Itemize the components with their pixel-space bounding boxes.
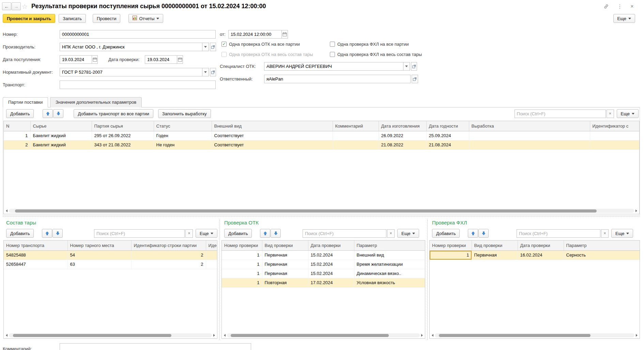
dropdown-icon[interactable]	[202, 43, 209, 51]
scroll-right-button[interactable]	[420, 333, 424, 338]
otk-specialist-field[interactable]	[264, 62, 403, 71]
table-cell[interactable]	[590, 140, 639, 149]
table-cell[interactable]	[333, 131, 379, 140]
column-header[interactable]: N	[4, 121, 30, 131]
table-cell[interactable]: Время желатинизации	[354, 260, 425, 269]
move-down-button[interactable]	[478, 229, 489, 238]
table-cell[interactable]: Первичная	[262, 260, 308, 269]
close-icon[interactable]: ×	[628, 3, 636, 10]
doc-date-field[interactable]	[228, 30, 282, 39]
table-cell[interactable]: Динамическая вязко..	[354, 269, 425, 278]
fhl-more-button[interactable]: Еще	[611, 229, 633, 238]
table-cell[interactable]: Условная вязкость	[354, 278, 425, 287]
fill-output-button[interactable]: Заполнить выработку	[158, 109, 211, 118]
move-down-button[interactable]	[271, 229, 281, 238]
check-date-field[interactable]	[145, 55, 177, 64]
table-cell[interactable]	[206, 250, 217, 260]
table-cell[interactable]: Не годен	[154, 140, 212, 149]
column-header[interactable]: Дата годности	[426, 121, 469, 131]
table-cell[interactable]: Серность	[564, 250, 640, 260]
open-icon[interactable]	[411, 62, 417, 71]
table-cell[interactable]: 295 от 26.09.2022	[92, 131, 154, 140]
comment-field[interactable]	[60, 343, 251, 350]
column-header[interactable]: Номер тарного места	[67, 240, 131, 250]
scrollbar-thumb[interactable]	[231, 334, 389, 337]
column-header[interactable]: Дата изготовления	[379, 121, 426, 131]
horizontal-scrollbar[interactable]	[4, 208, 639, 213]
post-button[interactable]: Провести	[93, 14, 121, 23]
horizontal-scrollbar[interactable]	[430, 333, 639, 338]
table-row[interactable]: 1Первичная16.02.2024Серность	[430, 250, 640, 260]
column-header[interactable]: Внешний вид	[212, 121, 333, 131]
table-row[interactable]: 1Первичная15.02.2024Динамическая вязко..	[222, 269, 425, 278]
table-cell[interactable]: 25.09.2024	[426, 131, 469, 140]
open-icon[interactable]	[210, 43, 216, 51]
table-cell[interactable]: 16.02.2024	[518, 250, 564, 260]
table-cell[interactable]: Внешний вид	[354, 250, 425, 260]
column-header[interactable]: Сырье	[30, 121, 92, 131]
containers-table[interactable]: Номер транспортаНомер тарного местаИдент…	[4, 240, 217, 269]
clear-search-icon[interactable]: ×	[607, 110, 614, 118]
scroll-left-button[interactable]	[430, 333, 435, 338]
tab-batches[interactable]: Партии поставки	[3, 97, 48, 107]
dropdown-icon[interactable]	[403, 62, 410, 71]
table-row[interactable]: 1Повторная17.02.2024Условная вязкость	[222, 278, 425, 287]
table-row[interactable]: 1Первичная15.02.2024Внешний вид	[222, 250, 425, 260]
column-header[interactable]: Идентификатор с	[590, 121, 639, 131]
column-header[interactable]: Выработка	[469, 121, 590, 131]
calendar-icon[interactable]	[282, 30, 288, 39]
fhl-table[interactable]: Номер проверкиВид проверкиДата проверкиП…	[430, 240, 640, 260]
responsible-field[interactable]	[264, 75, 411, 83]
batches-more-button[interactable]: Еще	[617, 109, 639, 118]
horizontal-scrollbar[interactable]	[223, 333, 424, 338]
scroll-right-button[interactable]	[634, 208, 639, 213]
calendar-icon[interactable]	[177, 55, 183, 64]
search-input[interactable]	[303, 229, 386, 238]
manufacturer-field[interactable]	[60, 43, 202, 51]
table-cell[interactable]	[469, 131, 590, 140]
table-cell[interactable]: 15.02.2024	[308, 250, 354, 260]
add-button[interactable]: Добавить	[6, 229, 34, 238]
calendar-icon[interactable]	[92, 55, 98, 64]
checkbox-fhl-all-batches[interactable]: Одна проверка ФХЛ на все партии	[330, 41, 409, 47]
tab-extra-params[interactable]: Значения дополнительных параметров	[50, 97, 142, 107]
table-row[interactable]: 1Бакелит жидкий295 от 26.09.2022ГоденСоо…	[4, 131, 639, 140]
table-row[interactable]: 2Бакелит жидкий343 от 21.08.2022Не годен…	[4, 140, 639, 149]
column-header[interactable]: Вид проверки	[262, 240, 308, 250]
clear-search-icon[interactable]: ×	[185, 229, 193, 238]
table-cell[interactable]: 343 от 21.08.2022	[92, 140, 154, 149]
favorite-star-icon[interactable]: ☆	[22, 3, 28, 11]
checkbox-otk-all-batches[interactable]: ✓ Одна проверка ОТК на все партии	[221, 41, 300, 47]
column-header[interactable]: Идентификатор строки партии	[131, 240, 206, 250]
scroll-left-button[interactable]	[223, 333, 227, 338]
column-header[interactable]: Номер проверки	[430, 240, 472, 250]
reports-button[interactable]: Отчеты	[128, 14, 163, 23]
horizontal-scrollbar[interactable]	[4, 333, 216, 338]
table-cell[interactable]: Первичная	[472, 250, 518, 260]
column-header[interactable]: Комментарий	[333, 121, 379, 131]
column-header[interactable]: Статус	[154, 121, 212, 131]
forward-button[interactable]: →	[12, 2, 21, 10]
table-cell[interactable]: 21.08.2022	[379, 140, 426, 149]
vertical-splitter[interactable]	[219, 220, 220, 340]
receipt-date-field[interactable]	[60, 55, 92, 64]
batches-table[interactable]: NСырьеПартия сырьяСтатусВнешний видКомме…	[4, 121, 640, 150]
column-header[interactable]: Номер проверки	[222, 240, 262, 250]
scroll-right-button[interactable]	[634, 333, 639, 338]
table-cell[interactable]: 1	[430, 250, 472, 260]
scroll-right-button[interactable]	[212, 333, 216, 338]
number-field[interactable]	[60, 30, 216, 39]
table-cell[interactable]: 54	[67, 250, 131, 260]
table-cell[interactable]: 21.08.2024	[426, 140, 469, 149]
search-input[interactable]	[94, 229, 185, 238]
table-cell[interactable]: 26.09.2022	[379, 131, 426, 140]
move-up-button[interactable]	[42, 229, 52, 238]
form-more-button[interactable]: Еще	[613, 14, 635, 23]
table-cell[interactable]: Первичная	[262, 269, 308, 278]
back-button[interactable]: ←	[2, 2, 11, 10]
clear-search-icon[interactable]: ×	[601, 229, 609, 238]
table-cell[interactable]: Бакелит жидкий	[30, 131, 92, 140]
table-cell[interactable]: 2	[131, 260, 206, 269]
add-button[interactable]: Добавить	[432, 229, 460, 238]
containers-more-button[interactable]: Еще	[196, 229, 217, 238]
